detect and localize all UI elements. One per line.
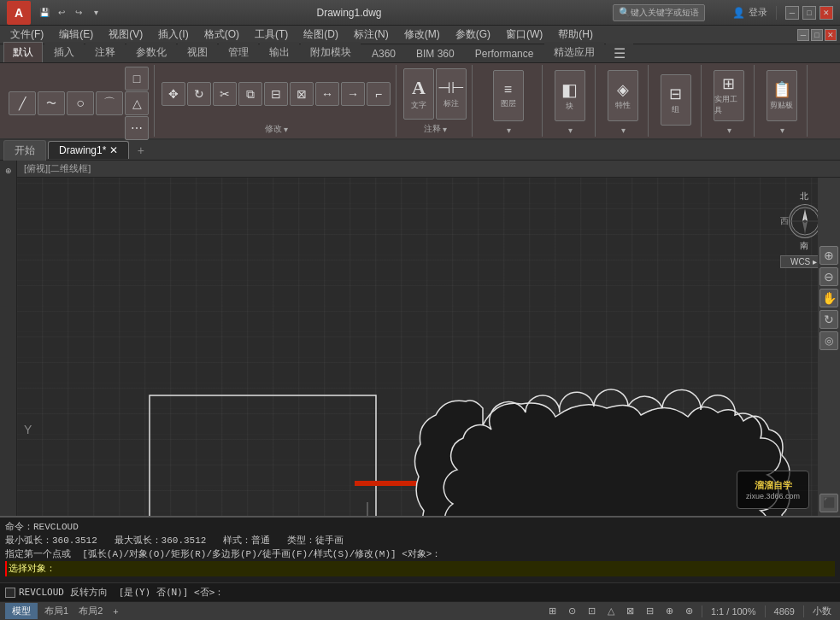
- modify-dropdown-icon[interactable]: ▾: [284, 125, 288, 134]
- menu-insert[interactable]: 插入(I): [151, 26, 195, 44]
- properties-button[interactable]: ◈ 特性: [608, 70, 638, 121]
- tab-default[interactable]: 默认: [3, 42, 43, 62]
- tab-insert[interactable]: 插入: [44, 42, 84, 62]
- menu-modify[interactable]: 修改(M): [397, 26, 447, 44]
- clipboard-group-label[interactable]: ▾: [778, 126, 784, 135]
- annotation-dropdown-icon[interactable]: ▾: [443, 125, 447, 134]
- menu-edit[interactable]: 编辑(E): [52, 26, 100, 44]
- dropdown-quick-btn[interactable]: ▾: [89, 6, 103, 20]
- polar-toggle[interactable]: △: [604, 605, 618, 617]
- fillet-button[interactable]: ⌐: [367, 82, 391, 106]
- redo-quick-btn[interactable]: ↪: [72, 6, 85, 20]
- menu-params[interactable]: 参数(G): [449, 26, 497, 44]
- tab-featured[interactable]: 精选应用: [544, 42, 604, 62]
- polyline-button[interactable]: 〜: [38, 91, 65, 115]
- layers-dropdown-icon[interactable]: ▾: [507, 126, 511, 135]
- pan-icon[interactable]: ✋: [819, 289, 838, 307]
- menu-draw[interactable]: 绘图(D): [297, 26, 345, 44]
- ortho-toggle[interactable]: ⊡: [584, 605, 599, 617]
- layer-button[interactable]: ≡ 图层: [493, 70, 524, 121]
- arc-button[interactable]: ⌒: [96, 91, 123, 115]
- add-layout-btn[interactable]: +: [109, 606, 121, 617]
- properties-group-label[interactable]: ▾: [620, 126, 626, 135]
- text-button[interactable]: A 文字: [403, 68, 434, 120]
- clipboard-dropdown-icon[interactable]: ▾: [780, 126, 784, 135]
- utilities-group-label[interactable]: ▾: [725, 126, 731, 135]
- zoom-in-icon[interactable]: ⊕: [819, 246, 838, 265]
- undo-quick-btn[interactable]: ↩: [55, 6, 68, 20]
- cmd-checkbox[interactable]: [5, 588, 15, 598]
- block-button[interactable]: ◧ 块: [555, 70, 585, 121]
- coord-display[interactable]: 4869: [771, 606, 798, 617]
- ribbon-close[interactable]: ✕: [825, 29, 837, 41]
- annotation-group-label[interactable]: 注释 ▾: [424, 123, 447, 135]
- block-dropdown-icon[interactable]: ▾: [568, 126, 573, 135]
- search-bar[interactable]: 🔍 键入关键字或短语: [613, 4, 705, 21]
- utilities-button[interactable]: ⊞ 实用工具: [714, 70, 744, 121]
- tab-bim360[interactable]: BIM 360: [407, 44, 464, 62]
- menu-file[interactable]: 文件(F): [3, 26, 50, 44]
- grid-toggle[interactable]: ⊞: [545, 605, 560, 617]
- tab-performance[interactable]: Performance: [466, 44, 543, 62]
- tab-extra[interactable]: ☰: [606, 44, 633, 62]
- move-button[interactable]: ✥: [162, 82, 185, 106]
- ribbon-minimize[interactable]: ─: [797, 29, 809, 41]
- line-button[interactable]: ╱: [9, 91, 36, 115]
- view-cube-icon[interactable]: ⬛: [819, 494, 838, 512]
- menu-window[interactable]: 窗口(W): [499, 26, 549, 44]
- tab-start[interactable]: 开始: [3, 140, 46, 161]
- menu-help[interactable]: 帮助(H): [551, 26, 600, 44]
- login-label[interactable]: 登录: [749, 6, 767, 19]
- scale-display[interactable]: 1:1 / 100%: [708, 606, 760, 617]
- command-input-field[interactable]: [224, 588, 835, 598]
- tab-a360[interactable]: A360: [362, 44, 405, 62]
- clipboard-button[interactable]: 📋 剪贴板: [767, 70, 797, 121]
- trim-button[interactable]: ✂: [213, 82, 237, 106]
- block-group-label[interactable]: ▾: [567, 126, 573, 135]
- canvas-content[interactable]: Y 北 西 东: [17, 178, 840, 516]
- tab-add-button[interactable]: +: [131, 141, 151, 160]
- draw-extra-2[interactable]: △: [125, 91, 149, 115]
- extend-button[interactable]: →: [341, 82, 365, 106]
- look-icon[interactable]: ◎: [819, 331, 838, 350]
- menu-tools[interactable]: 工具(T): [248, 26, 295, 44]
- left-tool-1[interactable]: ⊕: [2, 164, 15, 178]
- menu-view[interactable]: 视图(V): [102, 26, 150, 44]
- draw-extra-3[interactable]: ⋯: [125, 116, 149, 140]
- layout1-tab[interactable]: 布局1: [41, 605, 72, 617]
- ribbon-maximize[interactable]: □: [811, 29, 823, 41]
- tab-drawing1[interactable]: Drawing1* ✕: [48, 141, 129, 159]
- maximize-button[interactable]: □: [802, 6, 816, 20]
- tab-annotate[interactable]: 注释: [85, 42, 125, 62]
- osnap-toggle[interactable]: ⊠: [623, 605, 637, 617]
- tab-addons[interactable]: 附加模块: [301, 42, 361, 62]
- properties-dropdown-icon[interactable]: ▾: [621, 126, 626, 135]
- tab-output[interactable]: 输出: [260, 42, 299, 62]
- draw-extra-1[interactable]: □: [125, 67, 149, 91]
- stretch-button[interactable]: ↔: [315, 82, 339, 106]
- zoom-out-icon[interactable]: ⊖: [819, 267, 838, 286]
- dimension-button[interactable]: ⊣⊢ 标注: [436, 68, 467, 120]
- mirror-button[interactable]: ⊟: [264, 82, 288, 106]
- copy-button[interactable]: ⧉: [238, 82, 262, 106]
- layout2-tab[interactable]: 布局2: [75, 605, 106, 617]
- close-button[interactable]: ✕: [819, 6, 833, 20]
- ducs-toggle[interactable]: ⊕: [662, 605, 677, 617]
- model-tab[interactable]: 模型: [5, 603, 38, 619]
- dynmode-toggle[interactable]: ⊛: [682, 605, 696, 617]
- cloud-shape[interactable]: [414, 401, 790, 516]
- snap-toggle[interactable]: ⊙: [565, 605, 579, 617]
- tab-manage[interactable]: 管理: [219, 42, 258, 62]
- menu-format[interactable]: 格式(O): [197, 26, 246, 44]
- orbit-icon[interactable]: ↻: [819, 310, 838, 329]
- rotate-button[interactable]: ↻: [187, 82, 211, 106]
- scale-button[interactable]: ⊠: [290, 82, 314, 106]
- modify-group-label[interactable]: 修改 ▾: [265, 123, 288, 135]
- drawing-canvas[interactable]: Y: [17, 178, 840, 516]
- tab-view[interactable]: 视图: [178, 42, 217, 62]
- circle-button[interactable]: ○: [67, 91, 94, 115]
- minimize-button[interactable]: ─: [785, 6, 799, 20]
- utilities-dropdown-icon[interactable]: ▾: [727, 126, 731, 135]
- otrack-toggle[interactable]: ⊟: [643, 605, 657, 617]
- menu-dimension[interactable]: 标注(N): [347, 26, 396, 44]
